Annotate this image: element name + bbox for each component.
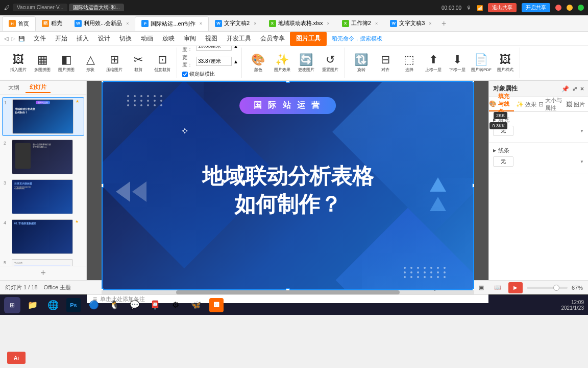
tab-vacuum[interactable]: Vacuum Cleaner-V... xyxy=(13,4,67,11)
tab-wenzi3-close[interactable]: × xyxy=(429,21,431,26)
ribbon-btn-multi-img[interactable]: ▦ 多图拼图 xyxy=(31,49,54,77)
ribbon-btn-effect[interactable]: ✨ 图片效果 xyxy=(271,49,293,77)
taskbar-extra2[interactable]: 🅰 xyxy=(208,297,225,313)
max-btn[interactable] xyxy=(578,5,584,11)
taskbar-photoshop[interactable]: Ps xyxy=(65,297,82,313)
slides-tab[interactable]: 幻灯片 xyxy=(26,82,51,93)
zoom-thumb[interactable] xyxy=(553,285,559,291)
redo-icon[interactable]: ▷ xyxy=(11,35,15,42)
ribbon-btn-compress[interactable]: ⊞ 压缩图片 xyxy=(103,49,126,77)
ribbon-btn-crop[interactable]: ✂ 裁剪 xyxy=(127,49,150,77)
tab-daoke[interactable]: 稻 稻壳 xyxy=(36,16,68,31)
tab-excel-close[interactable]: × xyxy=(327,21,330,26)
tab-liyong-close[interactable]: × xyxy=(126,21,129,26)
slide-thumb-5[interactable]: 5 平台运营 xyxy=(2,258,84,266)
tab-gongzuo2-close[interactable]: × xyxy=(375,21,378,26)
play-btn[interactable]: ▶ xyxy=(508,282,523,293)
record-icon[interactable]: 🎙 xyxy=(467,5,472,11)
open-share-btn[interactable]: 开启共享 xyxy=(522,3,550,12)
ribbon-btn-replace[interactable]: 🔄 更改图片 xyxy=(295,49,317,77)
wps-logo[interactable]: 🖊 xyxy=(4,5,10,11)
tab-guoji2-close[interactable]: × xyxy=(200,21,202,26)
width-input[interactable] xyxy=(196,57,232,66)
fill-color-box[interactable]: 无 xyxy=(493,126,513,136)
ribbon-btn-shape[interactable]: △ 形状 xyxy=(79,49,102,77)
handle-bm[interactable] xyxy=(286,288,290,290)
ribbon-btn-rotate[interactable]: 🔃 旋转 xyxy=(350,49,373,77)
ai-taskbar-btn[interactable]: Ai xyxy=(7,352,26,364)
right-tab-img[interactable]: 🖼 图片 xyxy=(564,97,589,111)
height-up[interactable]: ▲ xyxy=(233,46,238,49)
slide-canvas[interactable]: 国 际 站 运 营 地域联动分析表格 如何制作？ xyxy=(102,81,474,290)
fill-toggle[interactable]: ▶ 填充 xyxy=(493,116,584,124)
tab-liyong[interactable]: W 利用效...会新品 × xyxy=(68,16,135,31)
add-tab-btn[interactable]: + xyxy=(438,17,450,30)
tab-home[interactable]: H 首页 xyxy=(2,16,36,31)
taskbar-settings[interactable]: ⚙ xyxy=(167,297,184,313)
tab-wenzi2[interactable]: W 文字文稿2 × xyxy=(209,16,262,31)
menu-kaishi[interactable]: 开始 xyxy=(51,33,71,44)
undo-icon[interactable]: ◁ xyxy=(4,35,8,42)
handle-tr[interactable] xyxy=(472,81,474,83)
handle-mr[interactable] xyxy=(472,183,474,188)
ribbon-btn-img-style[interactable]: 🖼 图片样式 xyxy=(494,49,517,77)
slide-thumb-1[interactable]: 1 国际站运营 地域联动分析表格如何制作？ ★ xyxy=(2,97,84,136)
taskbar-start[interactable]: ⊞ xyxy=(4,297,20,313)
handle-tl[interactable] xyxy=(102,81,104,83)
stroke-dropdown-arrow[interactable]: ▼ xyxy=(580,159,584,164)
view-slide-btn[interactable]: ▣ xyxy=(476,283,487,292)
ribbon-btn-img-grid[interactable]: ◧ 图片拼图 xyxy=(55,49,78,77)
tab-excel[interactable]: X 地域联动表格.xlsx × xyxy=(263,16,336,31)
tab-guoji2[interactable]: P 国际站运...en制作 × xyxy=(135,16,209,31)
slide-main-text[interactable]: 地域联动分析表格 如何制作？ xyxy=(202,163,374,218)
tab-guoji[interactable]: 国际站运营大纲-和... xyxy=(69,4,124,11)
ribbon-btn-color[interactable]: 🎨 颜色 xyxy=(247,49,270,77)
menu-qiehuan[interactable]: 切换 xyxy=(115,33,136,44)
slide-thumb-2[interactable]: 2 您一位很有影响力的 文字展示第八人 xyxy=(2,138,84,176)
right-tab-fill[interactable]: 🎨 填充与线条 xyxy=(489,97,514,111)
taskbar-qq[interactable]: 🐧 xyxy=(106,297,122,313)
ribbon-btn-creative-crop[interactable]: ⊡ 创意裁剪 xyxy=(151,49,174,77)
menu-charu[interactable]: 插入 xyxy=(72,33,93,44)
view-reader-btn[interactable]: 📖 xyxy=(491,283,504,292)
taskbar-extra1[interactable]: 🦋 xyxy=(188,297,204,313)
ribbon-btn-reset-img[interactable]: ↺ 重置图片 xyxy=(319,49,341,77)
menu-tupian-tools[interactable]: 图片工具 xyxy=(290,32,327,46)
ribbon-btn-insert-img[interactable]: 🖼 插入图片 xyxy=(7,49,30,77)
menu-kaifagongjv[interactable]: 开发工具 xyxy=(223,33,255,44)
handle-br[interactable] xyxy=(472,288,474,290)
slide-thumb-4[interactable]: 4 01. 市场渠道数据图 ★ xyxy=(2,218,84,256)
tab-wenzi3[interactable]: W 文字文稿3 × xyxy=(384,16,437,31)
fill-dropdown-arrow[interactable]: ▼ xyxy=(580,129,584,133)
taskbar-files[interactable]: 📁 xyxy=(24,297,41,313)
stroke-toggle[interactable]: ▶ 线条 xyxy=(493,147,584,154)
close-btn[interactable] xyxy=(555,5,561,11)
taskbar-browser[interactable]: 🌐 xyxy=(45,297,61,313)
panel-expand-icon[interactable]: ⤢ xyxy=(572,85,577,93)
zoom-slider[interactable] xyxy=(527,287,568,289)
stroke-color-box[interactable]: 无 xyxy=(493,156,513,167)
slide-thumb-3[interactable]: 3 目录页内容标题 • 产品与服务的目标介绍 • 业务模块简述 xyxy=(2,178,84,216)
menu-huiyuan[interactable]: 会员专享 xyxy=(256,33,289,44)
handle-bl[interactable] xyxy=(102,288,104,290)
panel-close-icon[interactable]: × xyxy=(580,85,584,93)
menu-donghua[interactable]: 动画 xyxy=(137,33,157,44)
menu-fangying[interactable]: 放映 xyxy=(158,33,179,44)
taskbar-chrome[interactable]: 🔵 xyxy=(86,297,102,313)
ribbon-btn-bring-front[interactable]: ⬆ 上移一层 xyxy=(422,49,445,77)
handle-tm[interactable] xyxy=(286,81,290,83)
right-tab-effect[interactable]: ✨ 效果 xyxy=(514,97,539,111)
width-up[interactable]: ▲ xyxy=(233,59,238,64)
menu-wenjianjia[interactable]: 文件 xyxy=(30,33,50,44)
network-icon[interactable]: 📶 xyxy=(477,5,483,11)
lock-ratio-checkbox[interactable] xyxy=(182,72,188,77)
ribbon-btn-align[interactable]: ⊟ 对齐 xyxy=(374,49,397,77)
handle-ml[interactable] xyxy=(102,183,104,188)
ribbon-btn-send-back[interactable]: ⬇ 下移一层 xyxy=(446,49,469,77)
save-icon[interactable]: 💾 xyxy=(18,36,24,41)
outline-tab[interactable]: 大纲 xyxy=(4,83,23,93)
right-tab-size[interactable]: ⊡ 大小与属性 xyxy=(538,97,564,111)
panel-pin-icon[interactable]: 📌 xyxy=(561,85,569,93)
tab-gongzuo2[interactable]: X 工作簿2 × xyxy=(336,16,384,31)
min-btn[interactable] xyxy=(567,5,573,11)
